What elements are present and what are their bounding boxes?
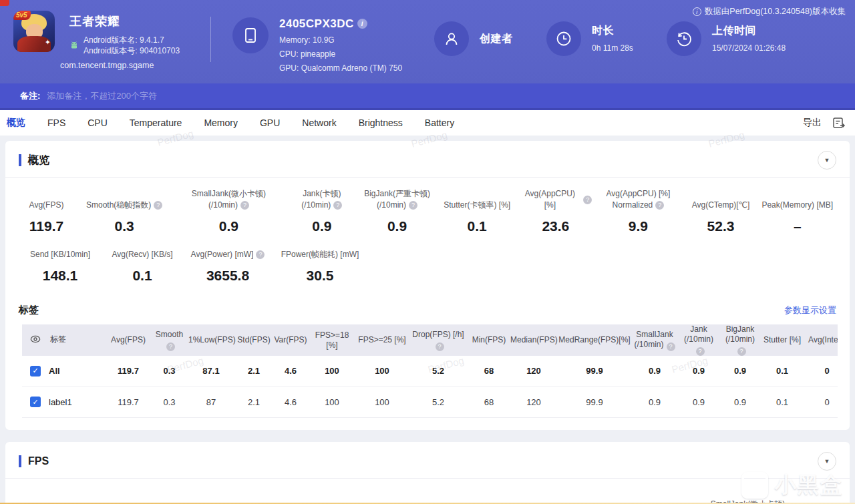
label-checkbox[interactable]: ✓ (30, 366, 41, 376)
help-icon[interactable]: ? (655, 201, 664, 210)
device-model: 2405CPX3DCi (279, 17, 402, 31)
fps-metrics-labels: Avg(FPS) Smooth(稳帧指数)? 1%Low(FPS) Std(FP… (5, 479, 850, 504)
labels-table: 标签 Avg(FPS) Smooth? 1%Low(FPS) Std(FPS) … (22, 324, 838, 418)
help-icon[interactable]: ? (154, 201, 162, 210)
android-icon (69, 41, 79, 50)
tab-fps[interactable]: FPS (47, 117, 65, 128)
note-placeholder[interactable]: 添加备注，不超过200个字符 (47, 90, 157, 102)
help-icon[interactable]: ? (583, 196, 592, 204)
tab-cpu[interactable]: CPU (88, 117, 108, 128)
metric-jank: Jank(卡顿)(/10min)? 0.9 (284, 188, 359, 234)
metric-avg-appcpu: Avg(AppCPU) [%]? 23.6 (519, 188, 592, 234)
android-version-name: Android版本名: 9.4.1.7 (83, 35, 180, 45)
upload-time-value: 15/07/2024 01:26:48 (712, 43, 786, 53)
metric-smalljank: SmallJank(微小卡顿)(/10min)? 0.9 (173, 188, 284, 234)
header-divider (210, 17, 211, 62)
overview-collapse-button[interactable]: ▼ (818, 151, 836, 170)
export-icon (832, 117, 846, 129)
clock-icon (546, 21, 581, 56)
fps-collapse-button[interactable]: ▼ (818, 452, 836, 471)
metric-fpower: FPower(帧能耗) [mW] 30.5 (274, 249, 366, 284)
duration-block: 时长 0h 11m 28s (546, 21, 633, 56)
corner-red-badge (0, 0, 9, 6)
table-row-label1[interactable]: ✓label1 119.7 0.3 87 2.1 4.6 100 100 5.2… (22, 387, 838, 417)
metric-peak-memory: Peak(Memory) [MB] – (757, 188, 838, 234)
metric-avg-recv: Avg(Recv) [KB/s] 0.1 (103, 249, 182, 284)
overview-metrics-row2: Send [KB/10min] 148.1 Avg(Recv) [KB/s] 0… (5, 234, 850, 286)
help-icon[interactable]: ? (409, 201, 417, 210)
device-memory: Memory: 10.9G (279, 35, 402, 45)
eye-icon[interactable] (30, 335, 41, 343)
overview-title: 概览 (19, 154, 49, 166)
app-package: com.tencent.tmgp.sgame (60, 61, 180, 70)
history-icon (667, 21, 701, 56)
collect-version-info: i 数据由PerfDog(10.3.240548)版本收集 (693, 6, 846, 17)
help-icon[interactable]: ? (240, 201, 249, 210)
phone-icon (232, 17, 269, 53)
creator-label: 创建者 (480, 32, 513, 46)
android-version-code: Android版本号: 904010703 (83, 45, 180, 56)
metric-avg-power: Avg(Power) [mW]? 3655.8 (182, 249, 274, 284)
overview-metrics-row1: Avg(FPS) 119.7 Smooth(稳帧指数)? 0.3 SmallJa… (5, 178, 850, 234)
duration-value: 0h 11m 28s (592, 43, 633, 53)
duration-label: 时长 (592, 24, 633, 38)
overview-card: 概览 ▼ Avg(FPS) 119.7 Smooth(稳帧指数)? 0.3 Sm… (5, 141, 850, 430)
badge-5v5: 5v5 (13, 11, 31, 20)
label-checkbox[interactable]: ✓ (30, 397, 41, 407)
game-app-icon: 5v5 ✦ (13, 11, 55, 52)
help-icon[interactable]: ? (436, 342, 444, 351)
export-button[interactable]: 导出 (803, 117, 846, 129)
help-icon[interactable]: ? (256, 250, 265, 259)
metric-avg-appcpu-normalized: Avg(AppCPU) [%]Normalized? 9.9 (592, 188, 684, 234)
device-info-icon[interactable]: i (357, 19, 367, 29)
metric-avg-fps: Avg(FPS) 119.7 (17, 188, 75, 234)
tab-memory[interactable]: Memory (204, 117, 238, 128)
tab-battery[interactable]: Battery (425, 117, 454, 128)
info-icon: i (693, 7, 701, 16)
parameter-display-settings-link[interactable]: 参数显示设置 (784, 304, 836, 316)
note-label: 备注: (20, 90, 40, 102)
help-icon[interactable]: ? (333, 201, 342, 210)
app-title: 王者荣耀 (69, 13, 180, 29)
tab-gpu[interactable]: GPU (260, 117, 280, 128)
labels-table-header: 标签 Avg(FPS) Smooth? 1%Low(FPS) Std(FPS) … (22, 324, 838, 356)
help-icon[interactable]: ? (737, 347, 746, 356)
device-block: 2405CPX3DCi Memory: 10.9G CPU: pineapple… (232, 17, 402, 73)
metric-smooth: Smooth(稳帧指数)? 0.3 (75, 188, 173, 234)
note-bar[interactable]: 备注: 添加备注，不超过200个字符 (0, 83, 855, 110)
report-header: 5v5 ✦ 王者荣耀 Android版本名: 9.4.1.7 Android版本… (0, 0, 855, 83)
upload-time-block: 上传时间 15/07/2024 01:26:48 (667, 21, 786, 56)
labels-title: 标签 (19, 304, 39, 316)
help-icon[interactable]: ? (696, 347, 705, 356)
tab-network[interactable]: Network (302, 117, 336, 128)
metric-send: Send [KB/10min] 148.1 (17, 249, 103, 284)
tab-brightness[interactable]: Brightness (359, 117, 403, 128)
main-tabbar: 概览 FPS CPU Temperature Memory GPU Networ… (0, 110, 855, 136)
metric-bigjank: BigJank(严重卡顿)(/10min)? 0.9 (359, 188, 435, 234)
metric-stutter: Stutter(卡顿率) [%] 0.1 (435, 188, 520, 234)
table-row-all[interactable]: ✓All 119.7 0.3 87.1 2.1 4.6 100 100 5.2 … (22, 356, 838, 387)
person-icon (434, 21, 469, 56)
fps-title: FPS (19, 455, 49, 467)
help-icon[interactable]: ? (667, 342, 675, 351)
tab-temperature[interactable]: Temperature (130, 117, 182, 128)
metric-avg-ctemp: Avg(CTemp)[℃] 52.3 (685, 188, 757, 234)
device-cpu: CPU: pineapple (279, 49, 402, 59)
fps-card: FPS ▼ Avg(FPS) Smooth(稳帧指数)? 1%Low(FPS) … (5, 442, 850, 504)
app-summary: 5v5 ✦ 王者荣耀 Android版本名: 9.4.1.7 Android版本… (13, 11, 180, 70)
device-gpu: GPU: Qualcomm Adreno (TM) 750 (279, 63, 402, 73)
labels-table-wrap: 标签 Avg(FPS) Smooth? 1%Low(FPS) Std(FPS) … (22, 324, 838, 430)
upload-time-label: 上传时间 (712, 24, 786, 38)
help-icon[interactable]: ? (166, 342, 175, 351)
tab-overview[interactable]: 概览 (7, 117, 25, 129)
creator-block: 创建者 (434, 21, 513, 56)
